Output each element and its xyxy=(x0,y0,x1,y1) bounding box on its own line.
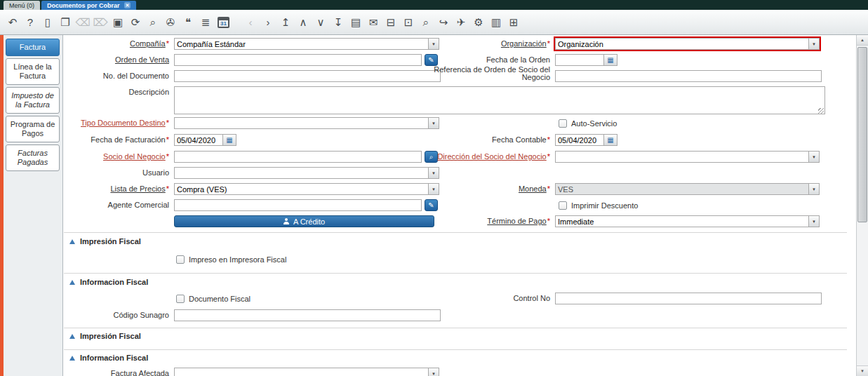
tipo-documento-combo[interactable]: ▼ xyxy=(174,117,439,129)
direccion-socio-combo[interactable]: ▼ xyxy=(555,151,820,163)
control-no-input[interactable] xyxy=(555,293,822,304)
direccion-socio-input[interactable] xyxy=(555,151,808,163)
usuario-combo[interactable]: ▼ xyxy=(174,167,439,179)
auto-servicio-checkbox[interactable] xyxy=(559,119,567,128)
fecha-facturacion-input[interactable] xyxy=(174,134,223,146)
detail-record-icon[interactable]: ∨ xyxy=(312,14,329,31)
descripcion-textarea[interactable] xyxy=(174,86,825,114)
tipo-documento-input[interactable] xyxy=(174,117,428,129)
attachment-icon[interactable]: ✇ xyxy=(162,14,179,31)
undo-icon[interactable]: ↶ xyxy=(4,14,21,31)
codigo-sunagro-input[interactable] xyxy=(174,309,441,321)
agente-comercial-edit-button[interactable]: ✎ xyxy=(425,199,438,211)
tab-menu[interactable]: Menú (0) xyxy=(4,1,40,10)
termino-pago-combo[interactable]: ▼ xyxy=(555,215,820,227)
moneda-label[interactable]: Moneda* xyxy=(415,183,550,195)
delete-selection-icon: ⌦ xyxy=(92,14,109,31)
new-record-icon[interactable]: ▯ xyxy=(39,14,56,31)
scrollbar-thumb[interactable] xyxy=(857,47,867,222)
close-icon[interactable]: ✕ xyxy=(124,2,131,8)
calendar-icon[interactable]: 31 xyxy=(218,17,229,28)
main-form: Compañía* ▼ Organización* ▼ Orden de Ven… xyxy=(64,35,856,376)
sidebar-tab-5[interactable]: Facturas Pagadas xyxy=(6,145,60,171)
lista-precios-input[interactable] xyxy=(174,183,428,195)
grid-toggle-icon[interactable]: ≣ xyxy=(197,14,214,31)
zoom-across-icon[interactable]: ⌕ xyxy=(418,14,434,31)
form-row-fechas: Fecha de Facturación* ▦ Fecha Contable* … xyxy=(64,134,856,146)
next-record-icon[interactable]: › xyxy=(260,14,276,31)
socio-negocio-label[interactable]: Socio del Negocio* xyxy=(64,151,169,163)
impreso-impresora-fiscal-label: Impreso en Impresora Fiscal xyxy=(189,255,286,264)
sidebar-tab-3[interactable]: Impuesto de la Factura xyxy=(6,87,60,114)
parent-record-icon[interactable]: ∧ xyxy=(295,14,312,31)
section-impresion-fiscal-1[interactable]: Impresión Fiscal xyxy=(69,236,141,246)
compania-combo[interactable]: ▼ xyxy=(174,38,439,50)
chat-icon[interactable]: ❝ xyxy=(180,14,196,31)
referencia-input[interactable] xyxy=(555,70,822,82)
factura-afectada-combo[interactable]: ▼ xyxy=(174,368,439,376)
copy-record-icon[interactable]: ❐ xyxy=(57,14,74,31)
a-credito-button[interactable]: A Crédito xyxy=(174,215,434,227)
imprimir-descuento-checkbox[interactable] xyxy=(559,201,567,210)
compania-label[interactable]: Compañía* xyxy=(64,38,169,50)
chevron-down-icon[interactable]: ▼ xyxy=(428,117,439,129)
resize-grip-icon[interactable] xyxy=(818,108,824,114)
fecha-facturacion-label: Fecha de Facturación* xyxy=(64,134,169,146)
section-informacion-fiscal-2[interactable]: Informacion Fiscal xyxy=(69,353,148,363)
first-record-icon[interactable]: ↥ xyxy=(277,14,294,31)
organizacion-label[interactable]: Organización* xyxy=(415,38,550,50)
scroll-up-icon[interactable]: ▲ xyxy=(857,35,868,46)
chevron-down-icon[interactable]: ▼ xyxy=(428,368,439,376)
tipo-documento-label[interactable]: Tipo Documento Destino* xyxy=(64,117,169,129)
lista-precios-label[interactable]: Lista de Precios* xyxy=(64,183,169,195)
form-view-icon[interactable]: ▤ xyxy=(347,14,364,31)
impreso-impresora-fiscal-checkbox[interactable] xyxy=(176,255,185,264)
preferences-gear-icon[interactable]: ⚙ xyxy=(470,14,487,31)
workflow-icon[interactable]: ↪ xyxy=(435,14,452,31)
termino-pago-label[interactable]: Término de Pago* xyxy=(415,215,550,227)
chevron-down-icon[interactable]: ▼ xyxy=(808,38,820,50)
fecha-contable-input[interactable] xyxy=(555,134,604,146)
socio-negocio-input[interactable] xyxy=(174,151,422,163)
save-icon[interactable]: ▣ xyxy=(109,14,126,31)
section-informacion-fiscal-1[interactable]: Informacion Fiscal xyxy=(69,277,148,287)
help-icon[interactable]: ? xyxy=(22,14,39,31)
calendar-picker-icon[interactable]: ▦ xyxy=(223,134,236,146)
archive-icon[interactable]: ✉ xyxy=(365,14,382,31)
chevron-down-icon[interactable]: ▼ xyxy=(428,167,439,179)
direccion-socio-label[interactable]: Dirección del Socio del Negocio* xyxy=(415,151,550,163)
refresh-icon[interactable]: ⟳ xyxy=(127,14,144,31)
find-record-icon[interactable]: ⌕ xyxy=(145,14,161,31)
calendar-picker-icon[interactable]: ▦ xyxy=(604,134,617,146)
section-impresion-fiscal-2[interactable]: Impresión Fiscal xyxy=(69,331,141,341)
termino-pago-input[interactable] xyxy=(555,215,808,227)
chevron-down-icon[interactable]: ▼ xyxy=(808,151,820,163)
vertical-scrollbar[interactable]: ▲ ▼ xyxy=(856,35,868,376)
chevron-down-icon[interactable]: ▼ xyxy=(808,183,820,195)
factura-afectada-input[interactable] xyxy=(174,368,428,376)
report-icon[interactable]: ▥ xyxy=(488,14,505,31)
organizacion-combo[interactable]: ▼ xyxy=(555,38,820,50)
tab-documentos-por-cobrar[interactable]: Documentos por Cobrar ✕ xyxy=(41,1,136,10)
lock-record-icon[interactable]: ⊡ xyxy=(400,14,417,31)
lista-precios-combo[interactable]: ▼ xyxy=(174,183,439,195)
chevron-down-icon[interactable]: ▼ xyxy=(808,215,820,227)
app-form-icon[interactable]: ⊞ xyxy=(505,14,522,31)
organizacion-input[interactable] xyxy=(555,38,808,50)
calendar-picker-icon[interactable]: ▦ xyxy=(604,54,617,66)
sidebar-tab-4[interactable]: Programa de Pagos xyxy=(6,116,60,142)
app-window: Menú (0) Documentos por Cobrar ✕ ↶?▯❐⌫⌦▣… xyxy=(0,0,868,376)
scroll-down-icon[interactable]: ▼ xyxy=(857,365,868,376)
agente-comercial-input[interactable] xyxy=(174,199,422,211)
documento-fiscal-checkbox[interactable] xyxy=(176,295,185,303)
no-documento-input[interactable] xyxy=(174,70,441,82)
last-record-icon[interactable]: ↧ xyxy=(330,14,347,31)
print-icon[interactable]: ⊟ xyxy=(382,14,399,31)
compania-input[interactable] xyxy=(174,38,428,50)
sidebar-tab-1[interactable]: Factura xyxy=(6,39,60,56)
orden-venta-label[interactable]: Orden de Venta xyxy=(64,54,169,66)
request-icon[interactable]: ✈ xyxy=(453,14,469,31)
fecha-contable-label: Fecha Contable* xyxy=(415,134,550,146)
sidebar-tab-2[interactable]: Línea de la Factura xyxy=(6,58,60,85)
usuario-input[interactable] xyxy=(174,167,428,179)
